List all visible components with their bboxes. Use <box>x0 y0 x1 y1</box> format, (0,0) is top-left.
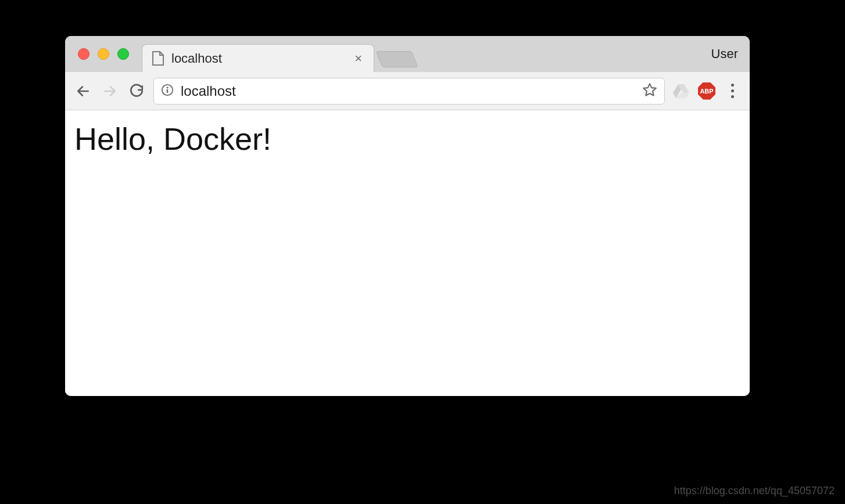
kebab-menu-icon <box>731 84 734 98</box>
browser-window: localhost × User <box>65 36 750 396</box>
watermark-text: https://blog.csdn.net/qq_45057072 <box>674 485 835 497</box>
browser-tab[interactable]: localhost × <box>142 44 374 72</box>
page-viewport: Hello, Docker! <box>65 110 750 396</box>
info-icon[interactable] <box>161 84 174 99</box>
profile-label[interactable]: User <box>711 46 738 62</box>
tab-close-button[interactable]: × <box>352 51 364 66</box>
svg-point-1 <box>167 87 169 88</box>
drive-extension-icon[interactable] <box>672 82 690 100</box>
page-icon <box>152 51 164 66</box>
tab-strip: localhost × User <box>65 36 750 72</box>
address-bar[interactable]: localhost <box>153 78 665 105</box>
url-text: localhost <box>181 83 635 99</box>
window-minimize-button[interactable] <box>98 48 109 60</box>
svg-rect-2 <box>167 89 168 92</box>
forward-arrow-icon <box>102 84 117 99</box>
abp-extension-icon[interactable]: ABP <box>697 82 716 100</box>
forward-button[interactable] <box>100 81 120 101</box>
page-heading: Hello, Docker! <box>74 121 740 157</box>
back-arrow-icon <box>76 84 91 99</box>
window-controls <box>78 48 129 60</box>
tab-title: localhost <box>171 51 345 66</box>
reload-icon <box>129 84 144 99</box>
window-close-button[interactable] <box>78 48 89 60</box>
chrome-menu-button[interactable] <box>723 82 742 100</box>
toolbar: localhost ABP <box>65 72 750 110</box>
window-maximize-button[interactable] <box>117 48 129 60</box>
abp-icon: ABP <box>698 82 715 100</box>
reload-button[interactable] <box>127 81 146 101</box>
bookmark-star-icon[interactable] <box>642 82 657 100</box>
new-tab-button[interactable] <box>375 51 418 67</box>
back-button[interactable] <box>73 81 93 101</box>
